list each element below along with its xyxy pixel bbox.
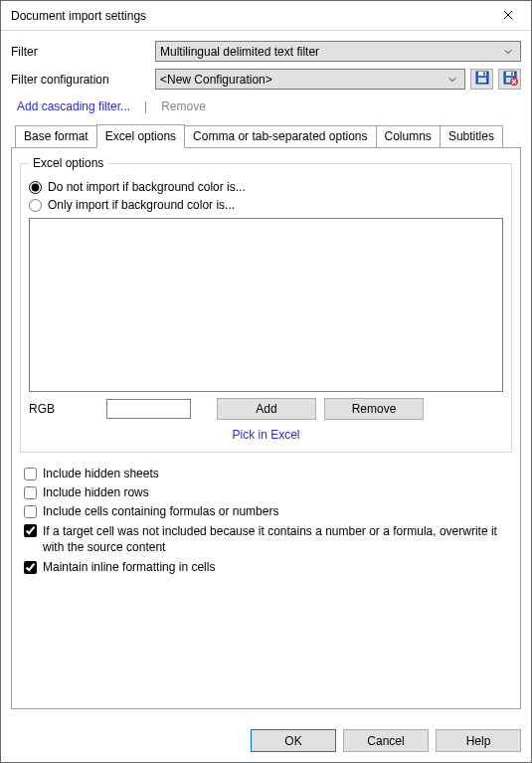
tab-panel-excel-options: Excel options Do not import if backgroun… [11,147,521,709]
add-color-button[interactable]: Add [217,398,316,420]
filter-config-select-value: <New Configuration> [160,73,444,87]
filter-config-select[interactable]: <New Configuration> [155,69,465,90]
filter-select-value: Multilingual delimited text filter [160,45,500,59]
tab-base-format[interactable]: Base format [15,125,97,148]
excel-options-fieldset: Excel options Do not import if backgroun… [20,156,512,453]
chevron-down-icon [500,48,516,56]
lower-checkboxes: Include hidden sheets Include hidden row… [24,467,512,574]
svg-rect-3 [478,78,486,83]
check-include-formulas[interactable] [24,505,37,518]
save-remove-icon [502,70,518,89]
check-include-formulas-label[interactable]: Include cells containing formulas or num… [43,504,512,518]
save-config-button[interactable] [470,69,493,90]
check-overwrite-sub-label[interactable]: If a target cell was not included becaus… [43,523,512,555]
radio-only-import[interactable] [29,199,42,212]
pick-in-excel-link[interactable]: Pick in Excel [232,428,299,442]
excel-options-legend: Excel options [29,156,107,170]
tab-excel-options[interactable]: Excel options [96,124,185,148]
remove-color-button[interactable]: Remove [324,398,424,420]
cancel-button[interactable]: Cancel [343,729,429,752]
tab-subtitles[interactable]: Subtitles [440,125,503,148]
check-row-include-formulas: Include cells containing formulas or num… [24,504,512,518]
radio-not-import[interactable] [29,181,42,194]
check-hidden-sheets[interactable] [24,468,37,480]
tab-columns[interactable]: Columns [376,125,441,148]
check-row-overwrite-sub: If a target cell was not included becaus… [24,523,512,555]
radio-only-import-label[interactable]: Only import if background color is... [48,198,503,212]
close-icon [503,9,513,23]
check-row-maintain-inline: Maintain inline formatting in cells [24,560,512,574]
close-button[interactable] [485,1,531,31]
delete-config-button[interactable] [498,69,521,90]
config-icon-buttons [470,69,521,90]
pick-in-excel-row: Pick in Excel [29,428,503,442]
filter-config-row: Filter configuration <New Configuration> [11,69,521,90]
remove-cascading-link: Remove [161,99,206,113]
titlebar: Document import settings [1,1,531,31]
filter-config-label: Filter configuration [11,73,155,87]
cascading-link-row: Add cascading filter... | Remove [17,99,521,113]
check-maintain-inline-label[interactable]: Maintain inline formatting in cells [43,560,512,574]
filter-select[interactable]: Multilingual delimited text filter [155,41,521,62]
check-hidden-rows-label[interactable]: Include hidden rows [43,485,512,499]
rgb-row: RGB Add Remove [29,398,503,420]
check-hidden-sheets-label[interactable]: Include hidden sheets [43,467,512,480]
color-list-box[interactable] [29,218,503,392]
rgb-label: RGB [29,402,98,416]
link-separator: | [144,99,147,113]
check-row-hidden-rows: Include hidden rows [24,485,512,499]
dialog-content: Filter Multilingual delimited text filte… [1,31,531,719]
add-cascading-filter-link[interactable]: Add cascading filter... [17,99,130,113]
svg-rect-6 [511,73,513,76]
help-button[interactable]: Help [436,729,521,752]
radio-row-only-import: Only import if background color is... [29,198,503,212]
svg-rect-2 [483,73,485,76]
rgb-input[interactable] [106,399,191,419]
save-icon [474,70,490,89]
tabs-bar: Base format Excel options Comma or tab-s… [11,124,521,147]
filter-row: Filter Multilingual delimited text filte… [11,41,521,62]
check-overwrite-sub[interactable] [24,524,37,537]
window-title: Document import settings [11,9,485,23]
ok-button[interactable]: OK [251,729,336,752]
chevron-down-icon [444,76,460,84]
check-maintain-inline[interactable] [24,561,37,574]
radio-not-import-label[interactable]: Do not import if background color is... [48,180,503,194]
check-row-hidden-sheets: Include hidden sheets [24,467,512,480]
check-hidden-rows[interactable] [24,486,37,499]
filter-label: Filter [11,45,155,59]
radio-row-not-import: Do not import if background color is... [29,180,503,194]
tab-comma-or-tab[interactable]: Comma or tab-separated options [184,125,376,148]
dialog-footer: OK Cancel Help [1,719,531,762]
